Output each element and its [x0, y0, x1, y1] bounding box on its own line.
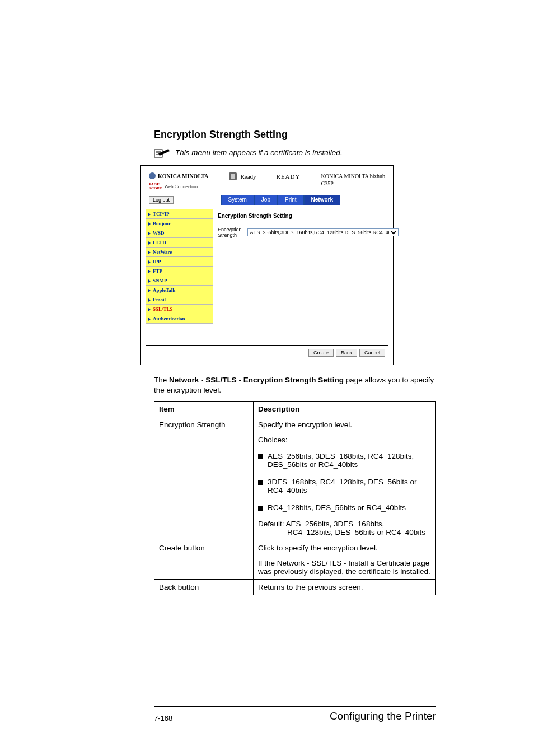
cancel-button[interactable]: Cancel: [359, 349, 385, 357]
row-create-d2: If the Network - SSL/TLS - Install a Cer…: [254, 556, 436, 580]
brand-name: KONICA MINOLTA: [158, 173, 208, 179]
tabs: System Job Print Network: [221, 195, 340, 205]
sidebar-item-email[interactable]: Email: [146, 295, 213, 305]
row-enc-item: Encryption Strength: [154, 417, 254, 540]
sidebar-item-ssltls[interactable]: SSL/TLS: [146, 305, 213, 314]
sidebar-item-ftp[interactable]: FTP: [146, 267, 213, 276]
row-create-d1: Click to specify the encryption level.: [254, 540, 436, 556]
row-enc-c1: AES_256bits, 3DES_168bits, RC4_128bits, …: [254, 447, 436, 473]
page-number: 7-168: [154, 714, 172, 722]
th-desc: Description: [254, 402, 436, 417]
row-enc-c2: 3DES_168bits, RC4_128bits, DES_56bits or…: [254, 473, 436, 499]
model-line1: KONICA MINOLTA bizhub: [321, 172, 385, 180]
status-ready: Ready: [240, 173, 256, 180]
tab-job[interactable]: Job: [254, 195, 278, 205]
sidebar-item-lltd[interactable]: LLTD: [146, 238, 213, 248]
logout-button[interactable]: Log out: [149, 196, 174, 204]
sidebar-item-ipp[interactable]: IPP: [146, 257, 213, 267]
enc-strength-select[interactable]: AES_256bits,3DES_168bits,RC4_128bits,DES…: [247, 228, 399, 236]
bullet-icon: [258, 506, 263, 511]
sidebar-item-snmp[interactable]: SNMP: [146, 276, 213, 286]
content-title: Encryption Strength Setting: [218, 213, 399, 219]
sidebar-item-authentication[interactable]: Authentication: [146, 314, 213, 324]
tab-network[interactable]: Network: [304, 195, 340, 205]
screenshot: KONICA MINOLTA PAGE SCOPE Web Connection…: [140, 165, 394, 365]
row-back-d1: Returns to the previous screen.: [254, 580, 436, 595]
note-icon: [154, 147, 171, 160]
row-back-item: Back button: [154, 580, 254, 595]
web-connection-label: Web Connection: [164, 184, 198, 189]
row-enc-c3: RC4_128bits, DES_56bits or RC4_40bits: [254, 499, 436, 516]
printer-icon: [229, 172, 237, 180]
note-text: This menu item appears if a certificate …: [175, 147, 343, 157]
status-ready-upper: READY: [277, 173, 301, 180]
row-create-item: Create button: [154, 540, 254, 580]
sidebar: TCP/IP Bonjour WSD LLTD NetWare IPP FTP …: [146, 209, 213, 345]
row-enc-d1: Specify the encryption level.: [254, 417, 436, 433]
sidebar-item-tcpip[interactable]: TCP/IP: [146, 209, 213, 219]
sidebar-item-appletalk[interactable]: AppleTalk: [146, 286, 213, 295]
create-button[interactable]: Create: [308, 349, 334, 357]
model-line2: C35P: [321, 180, 385, 187]
sidebar-item-wsd[interactable]: WSD: [146, 228, 213, 238]
brand-dot-icon: [149, 172, 156, 179]
intro-paragraph: The Network - SSL/TLS - Encryption Stren…: [154, 375, 436, 395]
sidebar-item-netware[interactable]: NetWare: [146, 248, 213, 257]
back-button[interactable]: Back: [336, 349, 357, 357]
tab-print[interactable]: Print: [278, 195, 304, 205]
row-enc-d2: Choices:: [254, 432, 436, 447]
pagescope-label: PAGE SCOPE: [149, 183, 162, 190]
tab-system[interactable]: System: [221, 195, 254, 205]
sidebar-item-bonjour[interactable]: Bonjour: [146, 219, 213, 228]
bullet-icon: [258, 454, 263, 459]
description-table: Item Description Encryption Strength Spe…: [154, 401, 436, 595]
running-header: Configuring the Printer: [330, 710, 436, 722]
section-title: Encryption Strength Setting: [154, 129, 436, 141]
row-enc-default: Default: AES_256bits, 3DES_168bits, RC4_…: [254, 516, 436, 540]
enc-strength-label: Encryption Strength: [218, 227, 242, 238]
bullet-icon: [258, 480, 263, 485]
th-item: Item: [154, 402, 254, 417]
